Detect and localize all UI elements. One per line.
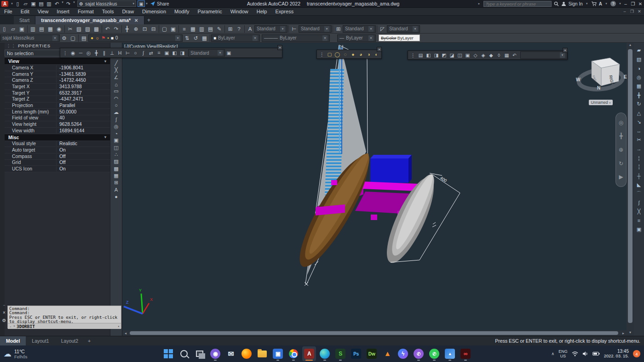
command-close-icon[interactable]: × [3, 310, 6, 315]
2d-wireframe-icon[interactable]: ▢ [326, 51, 334, 58]
saveas-icon[interactable]: ▤ [37, 0, 45, 7]
new-layout-button[interactable]: + [84, 338, 94, 344]
point-icon[interactable]: ∴ [111, 151, 121, 158]
help-icon[interactable]: ? [610, 1, 616, 6]
mirror-icon[interactable]: ◑ [634, 64, 644, 73]
battery-icon[interactable] [592, 351, 600, 356]
volume-icon[interactable] [582, 351, 588, 356]
property-value[interactable]: 50.0000 [56, 109, 110, 114]
make-block-icon[interactable]: ◫ [111, 144, 121, 151]
layout-tab-layout1[interactable]: Layout1 [26, 336, 55, 346]
construction-line-icon[interactable]: ╳ [111, 67, 121, 74]
taskbar-app-vlc[interactable]: ▲ [380, 346, 394, 361]
vertical-icon[interactable]: ⊢ [124, 49, 132, 57]
join-icon[interactable]: ┼ [634, 171, 644, 181]
notification-badge[interactable]: 4 [633, 350, 640, 357]
lineweight-dropdown[interactable]: — ByLayer ▾ [337, 34, 376, 42]
table-style-dropdown[interactable]: Standard▾ [343, 25, 376, 33]
toolbar-grip[interactable]: ⋮ [318, 51, 326, 58]
hatch-icon[interactable]: ▨ [111, 158, 121, 165]
menu-modify[interactable]: Modify [170, 8, 193, 16]
taskbar-app-acrobat[interactable]: ∞ [459, 346, 472, 361]
plot-style-control[interactable]: ByColor ByLayer [379, 34, 420, 41]
mleader-style-dropdown[interactable]: Standard▾ [387, 25, 420, 33]
bottom-view-icon[interactable]: ◨ [432, 51, 440, 59]
sw-iso-icon[interactable]: ◇ [472, 51, 479, 59]
property-value[interactable]: 16894.9144 [56, 128, 110, 133]
display-icon[interactable]: ▢ [69, 34, 77, 42]
cut-icon[interactable]: ✂ [66, 25, 75, 33]
menu-draw[interactable]: Draw [118, 8, 138, 16]
taskbar-app-photos[interactable]: ▲ [443, 346, 457, 361]
layout-tab-model[interactable]: Model [0, 336, 26, 346]
lengthen-icon[interactable]: ↔ [634, 127, 644, 136]
break-at-point-icon[interactable]: ¦ [634, 153, 644, 163]
menu-window[interactable]: Window [226, 8, 253, 16]
user-icon[interactable] [561, 1, 566, 6]
model-space-icon[interactable]: ▢ [160, 25, 169, 33]
menu-insert[interactable]: Insert [52, 8, 74, 16]
designcenter-icon[interactable]: ▦ [189, 25, 197, 33]
share-label[interactable]: Share [157, 1, 169, 6]
undo-icon[interactable]: ↶ [103, 25, 112, 33]
taskbar-app-file-explorer[interactable] [255, 346, 269, 361]
layer-freeze-icon[interactable]: ☼ [95, 35, 99, 40]
print-preview-icon[interactable]: ▤ [37, 25, 46, 33]
command-window[interactable]: Command: Command: Press ESC or ENTER to … [7, 305, 121, 328]
compass-north[interactable]: N [597, 85, 600, 90]
nav-zoom-icon[interactable]: ⊕ [617, 146, 626, 153]
nav-pan-icon[interactable]: ╋ [617, 132, 626, 140]
workspace-dropdown[interactable]: ⚙ sajat klasszikus ▾ [77, 0, 136, 7]
app-menu-arrow-icon[interactable]: ▾ [10, 2, 14, 6]
command-input-row[interactable]: ‐ ▾ 3DORBIT ▴ [8, 323, 121, 329]
close-button[interactable]: ✕ [637, 0, 644, 7]
text-style-dropdown[interactable]: Standard▾ [254, 25, 288, 33]
pan-icon[interactable]: ╋ [123, 25, 132, 33]
dim-style-dropdown[interactable]: Standard▾ [299, 25, 332, 33]
show-constraints-icon[interactable]: ◧ [171, 49, 178, 57]
toolbar-grip[interactable]: ⋮ [61, 49, 69, 57]
offset-icon[interactable]: ◎ [634, 73, 644, 82]
spline-icon[interactable]: ∫ [111, 116, 121, 123]
tray-expand-icon[interactable]: ∧ [552, 351, 555, 356]
restore-button[interactable]: ❐ [629, 0, 637, 7]
revision-cloud-icon[interactable]: ☁ [111, 109, 121, 116]
ellipse-icon[interactable]: ◎ [111, 123, 121, 130]
property-value[interactable]: Parallel [56, 103, 110, 108]
trim-icon[interactable]: ✂ [634, 136, 644, 145]
equal-icon[interactable]: = [155, 49, 163, 57]
arc-icon[interactable]: ◠ [111, 95, 121, 102]
layer-lock-icon[interactable]: ▪ [107, 35, 109, 40]
scroll-down-icon[interactable]: ▾ [627, 330, 634, 336]
cabin-box[interactable] [370, 155, 412, 183]
taskbar-app-start[interactable] [161, 346, 175, 361]
copy-icon[interactable]: ▧ [634, 55, 644, 64]
qnew-icon[interactable]: ▯ [0, 25, 9, 33]
property-value[interactable]: 40 [56, 115, 110, 120]
rotate-icon[interactable]: ↻ [634, 100, 644, 109]
viewcube[interactable]: W N E RIGHT FNT [574, 57, 629, 101]
tab-close-icon[interactable]: ✕ [134, 18, 138, 23]
front-view-icon[interactable]: ◫ [456, 51, 464, 59]
fillet-icon[interactable]: ⌒ [634, 189, 644, 198]
polyline-icon[interactable]: ∠ [111, 74, 121, 81]
scroll-left-icon[interactable]: ◂ [122, 330, 129, 336]
zoom-previous-icon[interactable]: ⊟ [149, 25, 158, 33]
constraint-style-dropdown[interactable]: Standard ▾ [188, 49, 225, 57]
viewport[interactable]: [-][Custom View][Realistic] [122, 43, 627, 330]
insert-block-icon[interactable]: ▣ [111, 137, 121, 144]
menu-dimension[interactable]: Dimension [138, 8, 170, 16]
publish-icon[interactable]: ▦ [46, 25, 55, 33]
chevron-down-icon[interactable]: ▾ [61, 0, 64, 7]
menu-file[interactable]: File [0, 8, 17, 16]
taskbar-app-green-app[interactable]: S [334, 346, 347, 361]
command-input-value[interactable]: 3DORBIT [17, 324, 35, 329]
scroll-right-icon[interactable]: ▸ [620, 330, 627, 336]
auto-constrain-icon[interactable]: ▣ [163, 49, 171, 57]
linetype-dropdown[interactable]: ——— ByLayer ▾ [262, 34, 330, 42]
menu-express[interactable]: Express [271, 8, 298, 16]
menu-edit[interactable]: Edit [17, 8, 34, 16]
nav-wheel-icon[interactable]: ◎ [617, 119, 626, 126]
property-value[interactable]: Realistic [56, 141, 110, 146]
fix-icon[interactable]: ╋ [92, 49, 100, 57]
